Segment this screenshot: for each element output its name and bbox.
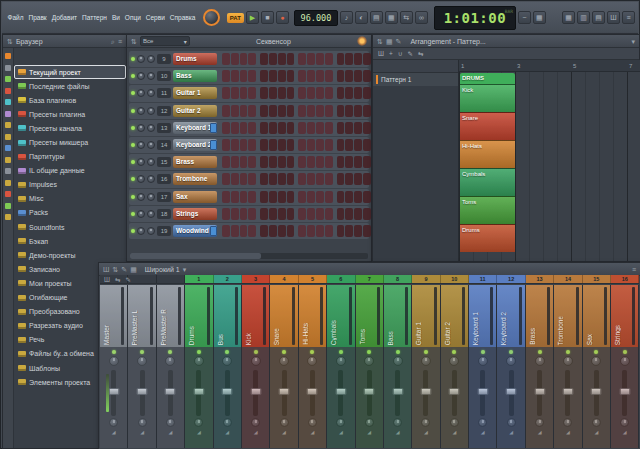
step-cell[interactable] bbox=[298, 53, 306, 65]
fader-handle[interactable] bbox=[108, 388, 119, 395]
step-cell[interactable] bbox=[337, 191, 345, 203]
browser-item[interactable]: Пресеты плагина bbox=[14, 107, 126, 121]
step-cell[interactable] bbox=[248, 225, 256, 237]
channel-enable-led[interactable] bbox=[131, 229, 135, 233]
channel-enable-led[interactable] bbox=[131, 195, 135, 199]
tempo-display[interactable]: 96.000 bbox=[294, 10, 338, 26]
mixer-strip-name-area[interactable]: Master bbox=[100, 285, 127, 347]
step-cell[interactable] bbox=[325, 105, 333, 117]
step-cell[interactable] bbox=[278, 87, 286, 99]
step-cell[interactable] bbox=[354, 191, 362, 203]
step-cell[interactable] bbox=[363, 208, 371, 220]
snap-icon[interactable]: ⇆ bbox=[400, 11, 413, 24]
mixer-strip-tab[interactable]: 16 bbox=[611, 275, 639, 283]
step-cell[interactable] bbox=[316, 191, 324, 203]
step-cell[interactable] bbox=[240, 53, 248, 65]
mixer-strip-name-area[interactable]: Bus bbox=[214, 285, 241, 347]
step-cell[interactable] bbox=[248, 105, 256, 117]
channel-volume-knob[interactable] bbox=[147, 72, 155, 80]
step-cell[interactable] bbox=[316, 122, 324, 134]
mixer-strip[interactable]: Hi-Hats ◢ bbox=[299, 285, 327, 448]
step-cell[interactable] bbox=[354, 53, 362, 65]
step-grid[interactable] bbox=[222, 53, 371, 65]
browser-item[interactable]: Бэкап bbox=[14, 234, 126, 248]
channel-filter-dropdown[interactable]: Все ▾ bbox=[140, 36, 190, 46]
channel-enable-led[interactable] bbox=[131, 109, 135, 113]
step-cell[interactable] bbox=[222, 191, 230, 203]
step-cell[interactable] bbox=[325, 191, 333, 203]
step-cell[interactable] bbox=[240, 173, 248, 185]
channel-button[interactable]: Guitar 2 bbox=[173, 105, 217, 117]
step-cell[interactable] bbox=[298, 70, 306, 82]
clip-track-row[interactable]: Cymbals bbox=[460, 168, 515, 196]
step-cell[interactable] bbox=[307, 156, 315, 168]
step-cell[interactable] bbox=[260, 156, 268, 168]
rack-scrollbar[interactable] bbox=[130, 253, 368, 259]
mixer-strip-tab[interactable]: 1 bbox=[185, 275, 213, 283]
fader-handle[interactable] bbox=[193, 388, 204, 395]
channel-button[interactable]: Drums bbox=[173, 53, 217, 65]
browser-item[interactable]: Пресеты канала bbox=[14, 121, 126, 135]
volume-fader[interactable] bbox=[253, 370, 258, 416]
mixer-mute-led[interactable] bbox=[481, 350, 485, 354]
record-button[interactable]: ● bbox=[276, 11, 289, 24]
pattern-picker-header[interactable] bbox=[373, 60, 458, 73]
step-cell[interactable] bbox=[345, 87, 353, 99]
step-cell[interactable] bbox=[345, 105, 353, 117]
channel-enable-led[interactable] bbox=[131, 143, 135, 147]
step-cell[interactable] bbox=[363, 53, 371, 65]
mixer-edit-icon[interactable]: ✎ bbox=[125, 275, 130, 284]
browser-category-icon[interactable] bbox=[5, 111, 11, 117]
step-cell[interactable] bbox=[287, 225, 295, 237]
mixer-pan-knob[interactable] bbox=[535, 356, 545, 366]
mixer-strip-name-area[interactable]: Snare bbox=[270, 285, 297, 347]
step-grid[interactable] bbox=[222, 70, 371, 82]
fader-handle[interactable] bbox=[534, 388, 545, 395]
step-cell[interactable] bbox=[354, 122, 362, 134]
browser-item[interactable]: IL общие данные bbox=[14, 164, 126, 178]
step-cell[interactable] bbox=[260, 53, 268, 65]
stereo-sep-knob[interactable] bbox=[166, 418, 175, 427]
mixer-strip[interactable]: PreMaster R ◢ bbox=[157, 285, 185, 448]
fader-handle[interactable] bbox=[250, 388, 261, 395]
browser-item[interactable]: Impulses bbox=[14, 178, 126, 192]
fader-handle[interactable] bbox=[506, 388, 517, 395]
stereo-sep-knob[interactable] bbox=[365, 418, 374, 427]
mixer-pan-knob[interactable] bbox=[251, 356, 261, 366]
browser-category-icon[interactable] bbox=[5, 157, 11, 163]
step-cell[interactable] bbox=[231, 208, 239, 220]
stereo-sep-knob[interactable] bbox=[535, 418, 544, 427]
browser-category-icon[interactable] bbox=[5, 180, 11, 186]
step-cell[interactable] bbox=[240, 87, 248, 99]
mixer-strip-tab[interactable]: 12 bbox=[497, 275, 525, 283]
mixer-mute-led[interactable] bbox=[225, 350, 229, 354]
channel-volume-knob[interactable] bbox=[147, 141, 155, 149]
step-cell[interactable] bbox=[231, 53, 239, 65]
mixer-pan-knob[interactable] bbox=[279, 356, 289, 366]
step-cell[interactable] bbox=[354, 70, 362, 82]
step-cell[interactable] bbox=[345, 208, 353, 220]
menu-item[interactable]: Опци bbox=[122, 12, 143, 23]
step-grid[interactable] bbox=[222, 139, 371, 151]
typing-keyboard-icon[interactable]: ▤ bbox=[370, 11, 383, 24]
mixer-strip[interactable]: Guitar 2 ◢ bbox=[441, 285, 469, 448]
step-cell[interactable] bbox=[269, 53, 277, 65]
step-cell[interactable] bbox=[307, 173, 315, 185]
step-cell[interactable] bbox=[345, 191, 353, 203]
clip-track-row[interactable]: Kick bbox=[460, 84, 515, 112]
browser-item[interactable]: Packs bbox=[14, 206, 126, 220]
fader-handle[interactable] bbox=[307, 388, 318, 395]
menu-item[interactable]: Паттерн bbox=[80, 12, 110, 23]
channel-pan-knob[interactable] bbox=[137, 141, 145, 149]
step-cell[interactable] bbox=[269, 208, 277, 220]
mixer-strip-tab[interactable]: 2 bbox=[214, 275, 242, 283]
browser-title-bar[interactable]: ⇅ Браузер ⌕ ≡ bbox=[3, 35, 126, 48]
channel-volume-knob[interactable] bbox=[147, 89, 155, 97]
step-cell[interactable] bbox=[325, 70, 333, 82]
pattern-mode-badge[interactable]: PAT bbox=[227, 13, 244, 23]
step-cell[interactable] bbox=[240, 70, 248, 82]
channel-enable-led[interactable] bbox=[131, 177, 135, 181]
step-cell[interactable] bbox=[269, 122, 277, 134]
mixer-strip-tab[interactable]: 8 bbox=[384, 275, 412, 283]
browser-category-icon[interactable] bbox=[5, 99, 11, 105]
